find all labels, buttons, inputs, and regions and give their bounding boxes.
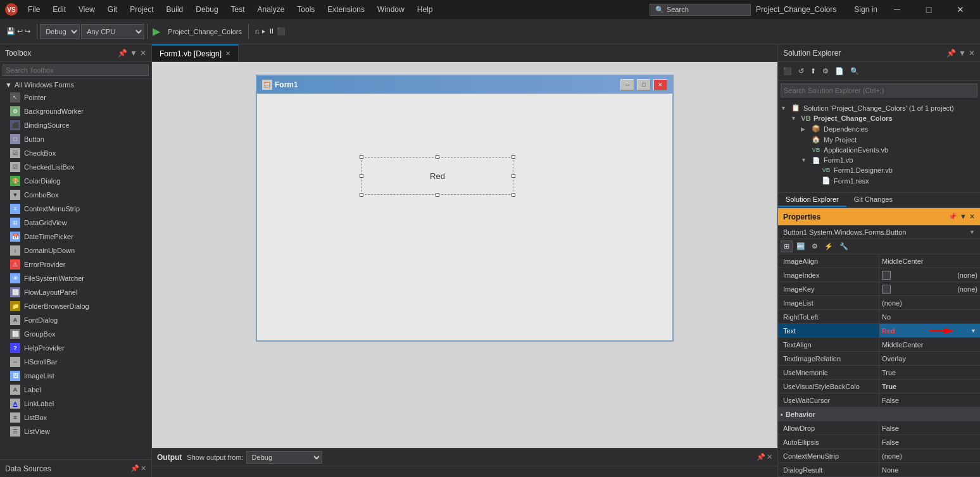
menu-analyze[interactable]: Analyze <box>253 3 290 16</box>
button1[interactable]: Red <box>361 157 513 195</box>
se-sync-icon[interactable]: ⬛ <box>781 66 795 77</box>
props-object-selector[interactable]: Button1 System.Windows.Forms.Button ▼ <box>778 226 980 239</box>
props-row-dialogresult[interactable]: DialogResult None <box>778 463 980 477</box>
toolbox-close-icon[interactable]: ✕ <box>140 49 146 58</box>
toolbox-section-all-windows-forms[interactable]: ▼ All Windows Forms <box>0 79 151 90</box>
menu-tools[interactable]: Tools <box>292 3 320 16</box>
props-categorized-btn[interactable]: ⊞ <box>781 240 793 252</box>
toolbox-item-listbox[interactable]: ≡ ListBox <box>0 411 151 424</box>
toolbox-item-pointer[interactable]: ↖ Pointer <box>0 90 151 104</box>
props-row-textimagerelation[interactable]: TextImageRelation Overlay <box>778 352 980 366</box>
props-value-text-dropdown[interactable]: ▼ <box>971 328 976 334</box>
props-row-righttoleft[interactable]: RightToLeft No <box>778 310 980 324</box>
maximize-button[interactable]: □ <box>914 0 943 19</box>
se-options-icon[interactable]: ▼ <box>958 49 966 58</box>
toolbox-item-folderbrowserdialog[interactable]: 📁 FolderBrowserDialog <box>0 299 151 313</box>
output-source-dropdown[interactable]: Debug <box>246 451 322 464</box>
handle-mr[interactable] <box>512 174 515 178</box>
props-close-icon[interactable]: ✕ <box>969 213 975 221</box>
toolbox-search-input[interactable] <box>3 65 149 76</box>
menu-help[interactable]: Help <box>412 3 438 16</box>
tree-form1vb[interactable]: ▼ 📄 Form1.vb <box>778 155 980 165</box>
menu-debug[interactable]: Debug <box>191 3 223 16</box>
handle-br[interactable] <box>512 193 515 197</box>
bottom-pin-icon[interactable]: 📌 <box>130 464 139 473</box>
props-pin-icon[interactable]: 📌 <box>948 213 957 221</box>
se-properties-icon[interactable]: ⚙ <box>820 66 831 77</box>
toolbox-item-linklabel[interactable]: A LinkLabel <box>0 397 151 411</box>
toolbox-item-colordialog[interactable]: 🎨 ColorDialog <box>0 174 151 188</box>
behavior-collapse-icon[interactable]: ▪ <box>781 411 783 418</box>
props-row-textalign[interactable]: TextAlign MiddleCenter <box>778 338 980 352</box>
se-collapse-icon[interactable]: ⬆ <box>808 66 819 77</box>
sign-in[interactable]: Sign in <box>854 5 877 14</box>
toolbox-item-checkedlistbox[interactable]: ☑ CheckedListBox <box>0 160 151 174</box>
props-row-imagekey[interactable]: ImageKey (none) <box>778 282 980 296</box>
menu-window[interactable]: Window <box>372 3 410 16</box>
toolbox-item-contextmenustrip[interactable]: ≡ ContextMenuStrip <box>0 202 151 216</box>
se-pin-icon[interactable]: 📌 <box>946 49 956 58</box>
design-canvas[interactable]: 🪟 Form1 ─ □ ✕ <box>152 62 777 448</box>
form-close-button[interactable]: ✕ <box>653 79 667 90</box>
props-propbag-btn[interactable]: 🔧 <box>837 240 851 252</box>
output-pin-icon[interactable]: 📌 <box>757 453 765 461</box>
toolbox-item-bindingsource[interactable]: ⬛ BindingSource <box>0 118 151 132</box>
props-row-usemnemonic[interactable]: UseMnemonic True <box>778 366 980 380</box>
close-button[interactable]: ✕ <box>946 0 975 19</box>
toolbox-item-button[interactable]: □ Button <box>0 132 151 146</box>
tree-dependencies[interactable]: ▶ 📦 Dependencies <box>778 123 980 134</box>
menu-git[interactable]: Git <box>103 3 122 16</box>
props-value-text[interactable]: Red ▼ <box>879 326 980 336</box>
toolbox-item-backgroundworker[interactable]: ⚙ BackgroundWorker <box>0 104 151 118</box>
se-search-input[interactable] <box>781 84 977 97</box>
props-row-imagelist[interactable]: ImageList (none) <box>778 296 980 310</box>
tree-project[interactable]: ▼ VB Project_Change_Colors <box>778 113 980 123</box>
debug-dropdown[interactable]: Debug <box>40 24 80 39</box>
se-show-files-icon[interactable]: 📄 <box>832 66 846 77</box>
props-row-imageindex[interactable]: ImageIndex (none) <box>778 268 980 282</box>
tree-form1designer[interactable]: ▶ VB Form1.Designer.vb <box>778 165 980 175</box>
se-close-icon[interactable]: ✕ <box>969 49 975 58</box>
menu-test[interactable]: Test <box>226 3 250 16</box>
props-row-usevisualstyle[interactable]: UseVisualStyleBackColo True <box>778 380 980 393</box>
menu-edit[interactable]: Edit <box>47 3 71 16</box>
props-object-dropdown-icon[interactable]: ▼ <box>969 229 975 235</box>
props-row-usewaitcursor[interactable]: UseWaitCursor False <box>778 393 980 407</box>
se-refresh-icon[interactable]: ↺ <box>796 66 807 77</box>
menu-view[interactable]: View <box>73 3 100 16</box>
handle-bl[interactable] <box>360 193 363 197</box>
props-alphabetical-btn[interactable]: 🔤 <box>794 240 808 252</box>
menu-build[interactable]: Build <box>161 3 189 16</box>
props-events-btn[interactable]: ⚡ <box>822 240 836 252</box>
play-button[interactable]: ▶ <box>150 25 163 37</box>
tree-myproject[interactable]: ▶ 🏠 My Project <box>778 134 980 145</box>
se-filter-icon[interactable]: 🔍 <box>848 66 862 77</box>
tree-appevents[interactable]: ▶ VB ApplicationEvents.vb <box>778 145 980 155</box>
toolbox-item-listview[interactable]: ☰ ListView <box>0 424 151 438</box>
form-maximize-button[interactable]: □ <box>637 79 651 90</box>
props-options-icon[interactable]: ▼ <box>960 213 967 221</box>
title-search[interactable]: Search <box>667 6 689 13</box>
menu-file[interactable]: File <box>23 3 45 16</box>
tab-git-changes[interactable]: Git Changes <box>846 193 900 207</box>
menu-project[interactable]: Project <box>125 3 158 16</box>
toolbox-item-helpprovider[interactable]: ? HelpProvider <box>0 341 151 355</box>
toolbox-item-imagelist[interactable]: 🖼 ImageList <box>0 369 151 383</box>
props-row-imagealign[interactable]: ImageAlign MiddleCenter <box>778 254 980 268</box>
handle-ml[interactable] <box>360 174 363 178</box>
toolbox-item-datagridview[interactable]: ⊞ DataGridView <box>0 216 151 230</box>
output-close-icon[interactable]: ✕ <box>767 453 772 461</box>
handle-bc[interactable] <box>436 193 439 197</box>
toolbox-item-flowlayoutpanel[interactable]: ⬜ FlowLayoutPanel <box>0 285 151 299</box>
props-row-contextmenustrip[interactable]: ContextMenuStrip (none) <box>778 449 980 463</box>
toolbox-item-fontdialog[interactable]: A FontDialog <box>0 313 151 327</box>
tree-solution[interactable]: ▼ 📋 Solution 'Project_Change_Colors' (1 … <box>778 102 980 113</box>
props-row-autoellipsis[interactable]: AutoEllipsis False <box>778 435 980 449</box>
handle-tc[interactable] <box>436 155 439 159</box>
bottom-close-icon[interactable]: ✕ <box>141 464 146 473</box>
toolbox-options-icon[interactable]: ▼ <box>130 49 137 58</box>
toolbox-item-groupbox[interactable]: ⬜ GroupBox <box>0 327 151 341</box>
tree-form1resx[interactable]: ▶ 📄 Form1.resx <box>778 175 980 186</box>
toolbox-item-filesystemwatcher[interactable]: 👁 FileSystemWatcher <box>0 271 151 285</box>
menu-extensions[interactable]: Extensions <box>322 3 370 16</box>
